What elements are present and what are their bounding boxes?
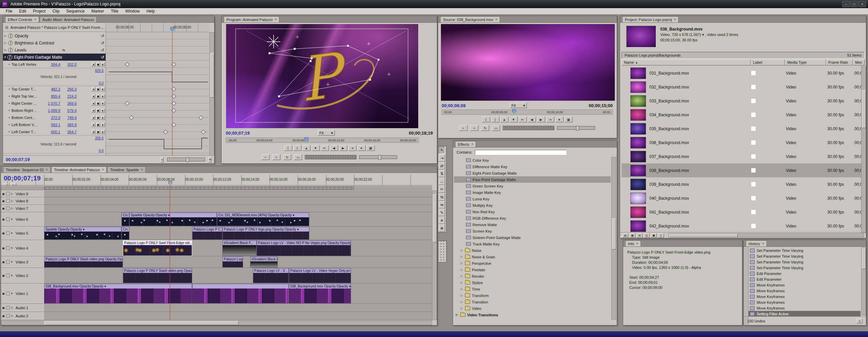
history-item[interactable]: Set Parameter Time Varying [749,247,861,253]
property-value-x[interactable]: 372.0 [45,116,60,120]
transport-button[interactable]: ▲ [302,145,311,151]
property-value-x[interactable]: 600.1 [45,130,60,134]
close-icon[interactable]: × [636,242,638,245]
timeline-clip[interactable] [192,284,289,303]
effects-list-item[interactable]: ▷ Transform [454,292,611,299]
shuttle-thumb[interactable] [378,155,381,160]
history-item[interactable]: Move Keyframes [749,305,861,311]
expand-toggle-icon[interactable]: ▷ [4,41,6,44]
property-value-y[interactable]: 302.0 [62,62,77,66]
effects-list-item[interactable]: ▷ Difference Matte Key [454,163,611,170]
chevron-down-icon[interactable]: ▾ [702,33,704,37]
expand-arrow-icon[interactable]: ▷ [461,268,463,271]
menu-item[interactable]: File [3,8,15,14]
timeline-clip[interactable]: Palazzo Logo P ONLY Slash video.png Opac… [123,268,192,283]
history-item[interactable]: Move Keyframes [749,299,861,305]
reset-icon[interactable]: ↺ [101,55,104,60]
loop-button[interactable]: ↻ [481,125,489,131]
add-keyframe-button[interactable]: ◆ [96,87,100,91]
transport-button[interactable]: { [284,145,292,151]
find-button[interactable]: ◫ [644,233,650,238]
scrollbar-thumb[interactable] [612,218,616,250]
next-keyframe-button[interactable]: ▸ [101,87,105,91]
source-current-timecode[interactable]: 00;00;06;08 [442,103,466,108]
timeline-clip[interactable]: Palazzo Logo P ONLY logo.png Opacity:Opa… [222,227,309,240]
transport-button[interactable]: ▶ [537,117,545,122]
effects-list-item[interactable]: ▷ Video [454,305,611,312]
label-color-swatch[interactable] [751,71,756,75]
property-value-x[interactable]: 482.2 [45,87,60,91]
timeline-playhead-line[interactable] [170,185,170,320]
zoom-slider[interactable] [167,158,205,161]
effects-list-item[interactable]: ▷ Track Matte Key [454,241,611,247]
toggle-animation-stopwatch-icon[interactable]: ◔ [8,116,10,120]
timeline-clip[interactable]: Palazzo Logo LV - Video NO P No Vegas.pn… [257,240,351,256]
keyframe-icon[interactable] [125,62,130,67]
transport-button[interactable]: ▶ [339,145,347,151]
program-video-display[interactable]: P [226,24,418,128]
tool-button[interactable]: ✂ [439,185,445,193]
column-header-media-type[interactable]: Media Type [785,59,826,65]
transport-button[interactable]: ◀ [528,117,536,122]
project-item-row[interactable]: 032_Background.mov Video 30.00 fps 00;0 [622,80,865,94]
close-button[interactable]: × [858,1,866,7]
close-icon[interactable]: × [34,18,36,21]
menu-item[interactable]: Clip [49,8,62,14]
keyframe-icon[interactable] [199,115,203,120]
project-hscrollbar[interactable] [668,233,864,237]
close-icon[interactable]: × [46,168,48,172]
property-value-y[interactable]: 224.3 [62,94,77,98]
scrollbar-thumb[interactable] [44,321,239,325]
timeline-clip[interactable]: Palazzo Logo P ONLY Swirl Front-Edge vid… [123,240,192,256]
scrollbar-thumb[interactable] [433,194,437,242]
next-keyframe-button[interactable]: ▸ [101,108,105,113]
close-icon[interactable]: × [495,18,497,21]
property-value-x[interactable]: 304.4 [45,62,60,66]
history-scrollbar[interactable] [861,247,866,315]
zoom-in-icon[interactable]: + [208,157,211,162]
graph-min-value[interactable]: 0.0 [99,81,104,85]
minimize-button[interactable]: – [842,1,850,7]
column-header-media-start[interactable]: Mec [853,59,865,65]
effect-controls-ruler[interactable]: 00;00;06;0000;00;08;00 [106,23,209,32]
tool-button[interactable]: ⇄ [439,162,445,170]
menu-item[interactable]: Project [30,8,49,14]
effects-list-item[interactable]: ▷ Green Screen Key [454,183,611,189]
effects-list-item[interactable]: ▷ Remove Matte [454,221,611,228]
timeline-clip[interactable]: 038_Background.mov Opacity:Opacity ▾ [289,284,351,303]
transport-button[interactable]: } [491,117,499,122]
project-item-row[interactable]: 036_Background.mov Video 30.00 fps 00;0 [622,136,865,150]
label-color-swatch[interactable] [751,182,756,186]
keyframe-icon[interactable] [125,101,130,106]
property-value-y[interactable]: 579.4 [62,108,77,113]
transport-button[interactable]: ⇤ [321,145,329,151]
timeline-clip[interactable]: Palazzo Logo LV - Video Vegas Only.pn [289,268,351,283]
effects-scrollbar[interactable] [611,157,616,320]
expand-arrow-icon[interactable]: ▷ [461,294,463,297]
expand-arrow-icon[interactable]: ▷ [461,281,463,284]
shuttle-control[interactable] [557,126,595,130]
prev-keyframe-button[interactable]: ◂ [91,94,95,98]
tab-audio-mixer[interactable]: Audio Mixer: Animated Palazzo [40,16,97,22]
effects-list-item[interactable]: ▷ Eight-Point Garbage Matte [454,170,611,176]
program-ruler[interactable]: ;00;0000;00;04;0000;00;08;0000;00;12;000… [226,138,419,143]
expand-toggle-icon[interactable]: ▷ [4,34,6,37]
delete-button[interactable]: ▯ [658,233,664,238]
expand-toggle-icon[interactable]: ▾ [4,56,6,59]
next-keyframe-button[interactable]: ▸ [101,130,105,134]
reset-icon[interactable]: ↺ [101,41,104,45]
history-item[interactable]: Edit Parameter [749,276,861,282]
icon-view-button[interactable]: ▦ [629,233,635,238]
prev-keyframe-button[interactable]: ◂ [91,108,95,113]
effects-list-item[interactable]: ▷ Time [454,286,611,292]
add-keyframe-button[interactable]: ◆ [96,116,100,120]
add-keyframe-button[interactable]: ◆ [96,108,100,113]
transport-button[interactable]: ⇤ [519,117,527,122]
keyframe-icon[interactable] [163,130,168,134]
add-keyframe-button[interactable]: ◆ [96,130,100,134]
tool-button[interactable]: ⇆ [439,193,445,201]
label-color-swatch[interactable] [751,196,756,200]
trash-icon[interactable]: ▯ [856,319,863,323]
menu-item[interactable]: Help [143,8,158,14]
program-fit-dropdown[interactable]: Fit▾ [318,130,335,136]
